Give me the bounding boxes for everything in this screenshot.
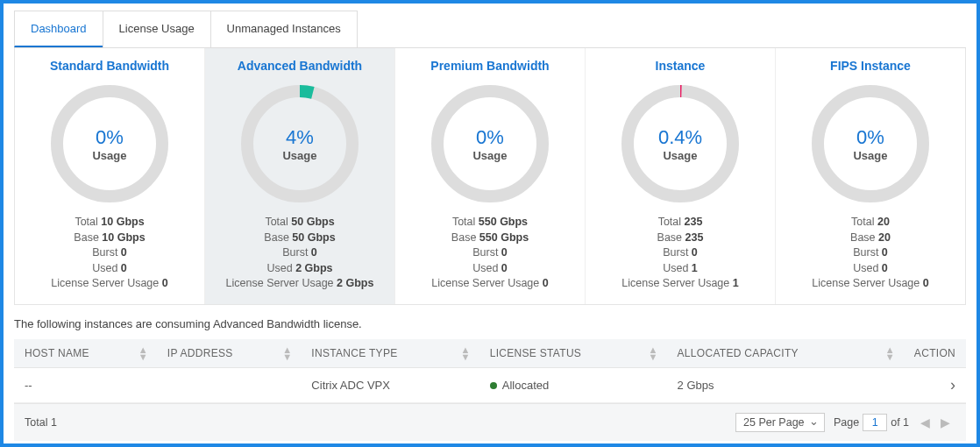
instance-table: HOST NAME▲▼ IP ADDRESS▲▼ INSTANCE TYPE▲▼… xyxy=(14,339,966,403)
license-cards: Standard Bandwidth0%UsageTotal 10 GbpsBa… xyxy=(14,48,966,305)
donut-chart: 0.4%Usage xyxy=(614,78,746,209)
page-of: of 1 xyxy=(891,416,909,429)
card-metrics: Total 550 GbpsBase 550 GbpsBurst 0Used 0… xyxy=(402,215,578,292)
page-label: Page xyxy=(834,416,859,429)
card-fips-instance[interactable]: FIPS Instance0%UsageTotal 20Base 20Burst… xyxy=(776,48,965,304)
sort-icon: ▲▼ xyxy=(648,346,657,360)
col-ip[interactable]: IP ADDRESS▲▼ xyxy=(157,339,302,368)
donut-usage-label: Usage xyxy=(663,149,697,162)
donut-percent: 0.4% xyxy=(658,126,702,149)
prev-page-button[interactable]: ◀ xyxy=(915,415,935,429)
col-status[interactable]: LICENSE STATUS▲▼ xyxy=(479,339,667,368)
donut-percent: 0% xyxy=(856,126,884,149)
card-standard-bandwidth[interactable]: Standard Bandwidth0%UsageTotal 10 GbpsBa… xyxy=(15,48,205,304)
cell-type: Citrix ADC VPX xyxy=(301,367,479,402)
tab-unmanaged-instances[interactable]: Unmanaged Instances xyxy=(210,11,358,47)
status-dot-icon xyxy=(490,382,497,389)
donut-usage-label: Usage xyxy=(282,149,316,162)
donut-percent: 0% xyxy=(476,126,504,149)
donut-chart: 0%Usage xyxy=(805,78,936,209)
sort-icon: ▲▼ xyxy=(282,346,292,360)
card-advanced-bandwidth[interactable]: Advanced Bandwidth4%UsageTotal 50 GbpsBa… xyxy=(205,48,395,304)
cell-action[interactable]: › xyxy=(904,367,966,402)
total-value: 1 xyxy=(51,416,57,429)
card-metrics: Total 20Base 20Burst 0Used 0License Serv… xyxy=(783,215,958,292)
donut-chart: 0%Usage xyxy=(44,78,175,209)
card-title: FIPS Instance xyxy=(783,59,958,73)
col-cap[interactable]: ALLOCATED CAPACITY▲▼ xyxy=(667,339,904,368)
donut-usage-label: Usage xyxy=(92,149,126,162)
donut-percent: 4% xyxy=(286,126,314,149)
donut-chart: 4%Usage xyxy=(234,78,366,209)
col-host[interactable]: HOST NAME▲▼ xyxy=(14,339,157,368)
card-title: Standard Bandwidth xyxy=(22,59,197,73)
sort-icon: ▲▼ xyxy=(138,346,148,360)
table-row: -- Citrix ADC VPX Allocated 2 Gbps › xyxy=(14,367,966,402)
tab-dashboard[interactable]: Dashboard xyxy=(14,11,103,47)
tabs: Dashboard License Usage Unmanaged Instan… xyxy=(14,11,966,48)
cell-cap: 2 Gbps xyxy=(667,367,904,402)
total-label: Total xyxy=(25,416,47,429)
sort-icon: ▲▼ xyxy=(885,346,895,360)
donut-usage-label: Usage xyxy=(472,149,507,162)
cell-status: Allocated xyxy=(479,367,667,402)
card-title: Premium Bandwidth xyxy=(402,59,578,73)
table-footer: Total 1 25 Per Page Page of 1 ◀ ▶ xyxy=(14,403,966,441)
per-page-select[interactable]: 25 Per Page xyxy=(735,413,825,432)
card-metrics: Total 50 GbpsBase 50 GbpsBurst 0Used 2 G… xyxy=(212,215,387,292)
col-type[interactable]: INSTANCE TYPE▲▼ xyxy=(301,339,479,368)
table-caption: The following instances are consuming Ad… xyxy=(14,317,966,330)
col-action: ACTION xyxy=(904,339,966,368)
card-metrics: Total 235Base 235Burst 0Used 1License Se… xyxy=(593,215,768,292)
sort-icon: ▲▼ xyxy=(461,346,471,360)
card-instance[interactable]: Instance0.4%UsageTotal 235Base 235Burst … xyxy=(586,48,776,304)
next-page-button[interactable]: ▶ xyxy=(935,415,955,429)
cell-host: -- xyxy=(14,367,157,402)
card-premium-bandwidth[interactable]: Premium Bandwidth0%UsageTotal 550 GbpsBa… xyxy=(395,48,586,304)
card-title: Advanced Bandwidth xyxy=(212,59,387,73)
cell-ip xyxy=(157,367,302,402)
donut-usage-label: Usage xyxy=(853,149,887,162)
card-metrics: Total 10 GbpsBase 10 GbpsBurst 0Used 0Li… xyxy=(22,215,197,292)
page-input[interactable] xyxy=(863,414,887,431)
chevron-right-icon: › xyxy=(950,376,955,394)
tab-license-usage[interactable]: License Usage xyxy=(103,11,211,47)
card-title: Instance xyxy=(593,59,768,73)
donut-chart: 0%Usage xyxy=(424,78,556,209)
donut-percent: 0% xyxy=(96,126,124,149)
